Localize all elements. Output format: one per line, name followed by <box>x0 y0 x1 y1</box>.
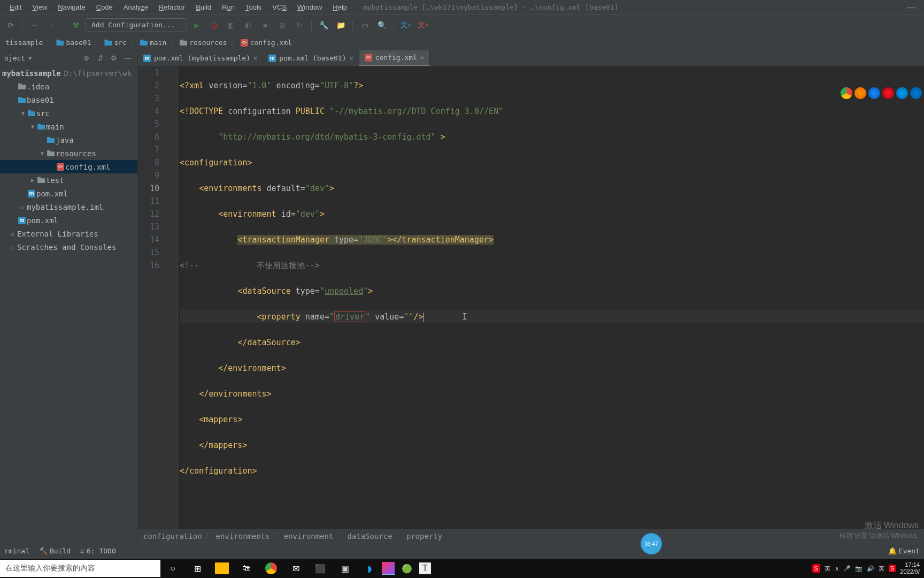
expand-all-icon[interactable]: ⇵ <box>95 54 105 62</box>
bc-file[interactable]: <>config.xml <box>238 39 294 47</box>
mic-icon[interactable]: 🎤 <box>843 565 851 572</box>
tree-item[interactable]: <>config.xml <box>0 160 137 173</box>
tree-item[interactable]: ▶test <box>0 173 137 187</box>
tray-up-icon[interactable]: ∧ <box>835 565 839 572</box>
app-icon[interactable]: ⬛ <box>308 559 333 578</box>
close-tab-icon[interactable]: × <box>349 55 353 62</box>
menu-help[interactable]: Help <box>327 1 352 13</box>
cortana-icon[interactable]: ○ <box>160 559 185 578</box>
build-tab[interactable]: 🔨Build <box>39 547 71 555</box>
event-log-tab[interactable]: 🔔Event <box>888 547 920 555</box>
bc-project[interactable]: tissample <box>3 39 45 47</box>
bc-module[interactable]: base01 <box>54 39 93 47</box>
ime-lang[interactable]: 英 <box>825 565 830 573</box>
menu-edit[interactable]: Edit <box>4 1 27 13</box>
tree-root[interactable]: mybatissample D:\ftpserver\wk <box>0 66 137 80</box>
chrome-icon[interactable] <box>841 87 852 99</box>
menu-build[interactable]: Build <box>190 1 217 13</box>
ime-lang2[interactable]: 英 <box>879 565 884 573</box>
terminal-tab[interactable]: rminal <box>4 547 29 555</box>
editor-tab[interactable]: mpom.xml (base01)× <box>263 50 359 66</box>
search-icon[interactable]: 🔍 <box>374 18 389 33</box>
crumb[interactable]: configuration <box>143 532 202 541</box>
menu-run[interactable]: Run <box>217 1 240 13</box>
task-view-icon[interactable]: ⊞ <box>185 559 210 578</box>
menu-tools[interactable]: Tools <box>240 1 267 13</box>
run-icon[interactable]: ▶ <box>189 18 204 33</box>
bc-resources[interactable]: resources <box>178 39 229 47</box>
tree-item[interactable]: ▼src <box>0 107 137 120</box>
settings-gear-icon[interactable]: ⚙ <box>109 54 119 62</box>
volume-icon[interactable]: 🔊 <box>867 565 874 572</box>
profile-icon[interactable]: ◐ <box>241 18 256 33</box>
editor-tab[interactable]: <>config.xml× <box>359 50 430 66</box>
menu-view[interactable]: View <box>27 1 52 13</box>
code-content[interactable]: <?xml version="1.0" encoding="UTF-8"?> <… <box>178 66 924 529</box>
ime-indicator[interactable]: S <box>812 564 820 573</box>
project-header-label[interactable]: oject <box>4 54 25 62</box>
menu-navigate[interactable]: Navigate <box>52 1 90 13</box>
editor-tab[interactable]: mpom.xml (mybatissample)× <box>138 50 263 66</box>
app3-icon[interactable]: 🟢 <box>395 559 419 578</box>
edge-icon[interactable] <box>910 87 922 99</box>
bc-main[interactable]: main <box>138 39 168 47</box>
fold-gutter[interactable] <box>170 66 178 529</box>
intellij-icon[interactable] <box>382 562 395 575</box>
menu-window[interactable]: Window <box>292 1 327 13</box>
debug-icon[interactable]: 🐞 <box>206 18 221 33</box>
tree-item[interactable]: mpom.xml <box>0 187 137 200</box>
close-tab-icon[interactable]: × <box>253 55 257 62</box>
tree-item[interactable]: ▼main <box>0 120 137 133</box>
translate-a-icon[interactable]: 文A <box>398 18 413 33</box>
store-icon[interactable]: 🛍 <box>234 559 259 578</box>
wrench-icon[interactable]: 🔧 <box>316 18 331 33</box>
tree-item[interactable]: ▫Scratches and Consoles <box>0 240 137 254</box>
mail-icon[interactable]: ✉ <box>283 559 308 578</box>
back-icon[interactable]: ← <box>27 18 42 33</box>
chrome-taskbar-icon[interactable] <box>259 559 283 578</box>
bc-src[interactable]: src <box>102 39 128 47</box>
camera-icon[interactable]: 📷 <box>855 565 863 572</box>
select-opened-icon[interactable]: ⊕ <box>81 54 91 62</box>
menu-analyze[interactable]: Analyze <box>118 1 153 13</box>
project-structure-icon[interactable]: 📁 <box>333 18 348 33</box>
close-tab-icon[interactable]: × <box>420 54 424 62</box>
device-icon[interactable]: ▭ <box>357 18 372 33</box>
tree-item[interactable]: mpom.xml <box>0 214 137 227</box>
todo-tab[interactable]: ≡6: TODO <box>80 547 116 555</box>
sogou-icon[interactable]: S <box>889 565 896 572</box>
code-editor[interactable]: 12345678910111213141516 <?xml version="1… <box>138 66 924 529</box>
menu-code[interactable]: Code <box>91 1 118 13</box>
text-icon[interactable]: T <box>419 562 431 574</box>
translate-b-icon[interactable]: 文A <box>415 18 430 33</box>
tree-item[interactable]: .idea <box>0 80 137 93</box>
clock[interactable]: 17:14 2022/9/ <box>900 561 920 575</box>
stop-icon[interactable]: ■ <box>258 18 273 33</box>
crumb[interactable]: environments <box>216 532 270 541</box>
menu-vcs[interactable]: VCS <box>267 1 292 13</box>
minimize-button[interactable]: — <box>903 3 920 12</box>
crumb[interactable]: environment <box>284 532 334 541</box>
crumb[interactable]: dataSource <box>347 532 392 541</box>
project-tree[interactable]: mybatissample D:\ftpserver\wk .ideabase0… <box>0 66 137 543</box>
reload-icon[interactable]: ↻ <box>292 18 307 33</box>
crumb[interactable]: property <box>406 532 442 541</box>
tree-item[interactable]: ▼resources <box>0 147 137 160</box>
forward-icon[interactable]: → <box>44 18 59 33</box>
menu-refactor[interactable]: Refactor <box>153 1 190 13</box>
app2-icon[interactable]: ◗ <box>357 559 382 578</box>
sync-icon[interactable]: ⟳ <box>3 18 18 33</box>
terminal-icon[interactable]: ▣ <box>333 559 357 578</box>
tree-item[interactable]: base01 <box>0 93 137 107</box>
opera-icon[interactable] <box>882 87 894 99</box>
hide-icon[interactable]: — <box>122 54 133 62</box>
firefox-icon[interactable] <box>854 87 866 99</box>
run-configuration-dropdown[interactable]: Add Configuration... <box>86 18 187 32</box>
tree-item[interactable]: ▫mybatissample.iml <box>0 200 137 214</box>
ie-icon[interactable] <box>896 87 908 99</box>
tree-item[interactable]: ▫External Libraries <box>0 227 137 240</box>
build-icon[interactable]: ⚒ <box>68 18 83 33</box>
coverage-icon[interactable]: ◧ <box>224 18 238 33</box>
windows-search-input[interactable]: 在这里输入你要搜索的内容 <box>0 560 160 577</box>
tree-item[interactable]: java <box>0 133 137 147</box>
